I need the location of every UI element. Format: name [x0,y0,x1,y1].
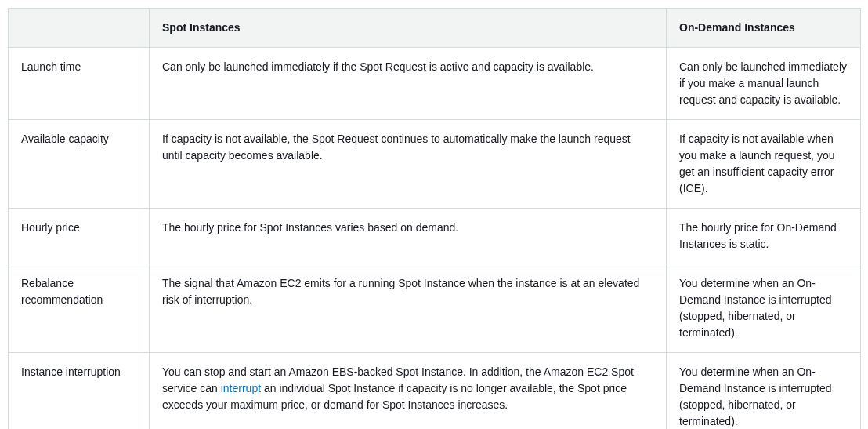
row-ondemand-cell: If capacity is not available when you ma… [667,120,861,209]
row-ondemand-cell: You determine when an On-Demand Instance… [667,353,861,430]
table-header-row: Spot Instances On-Demand Instances [9,9,861,48]
row-ondemand-cell: You determine when an On-Demand Instance… [667,264,861,353]
table-row: Available capacity If capacity is not av… [9,120,861,209]
header-ondemand-instances: On-Demand Instances [667,9,861,48]
header-spot-instances: Spot Instances [150,9,667,48]
row-label: Available capacity [9,120,150,209]
row-spot-cell: You can stop and start an Amazon EBS-bac… [150,353,667,430]
row-spot-cell: If capacity is not available, the Spot R… [150,120,667,209]
row-label: Rebalance recommendation [9,264,150,353]
row-label: Hourly price [9,209,150,264]
table-row: Rebalance recommendation The signal that… [9,264,861,353]
row-spot-cell: The hourly price for Spot Instances vari… [150,209,667,264]
table-row: Hourly price The hourly price for Spot I… [9,209,861,264]
row-ondemand-cell: Can only be launched immediately if you … [667,48,861,120]
row-spot-cell: Can only be launched immediately if the … [150,48,667,120]
header-empty [9,9,150,48]
row-ondemand-cell: The hourly price for On-Demand Instances… [667,209,861,264]
interrupt-link[interactable]: interrupt [221,382,261,394]
comparison-table: Spot Instances On-Demand Instances Launc… [8,8,861,429]
row-spot-cell: The signal that Amazon EC2 emits for a r… [150,264,667,353]
row-label: Launch time [9,48,150,120]
table-row: Instance interruption You can stop and s… [9,353,861,430]
row-label: Instance interruption [9,353,150,430]
table-row: Launch time Can only be launched immedia… [9,48,861,120]
